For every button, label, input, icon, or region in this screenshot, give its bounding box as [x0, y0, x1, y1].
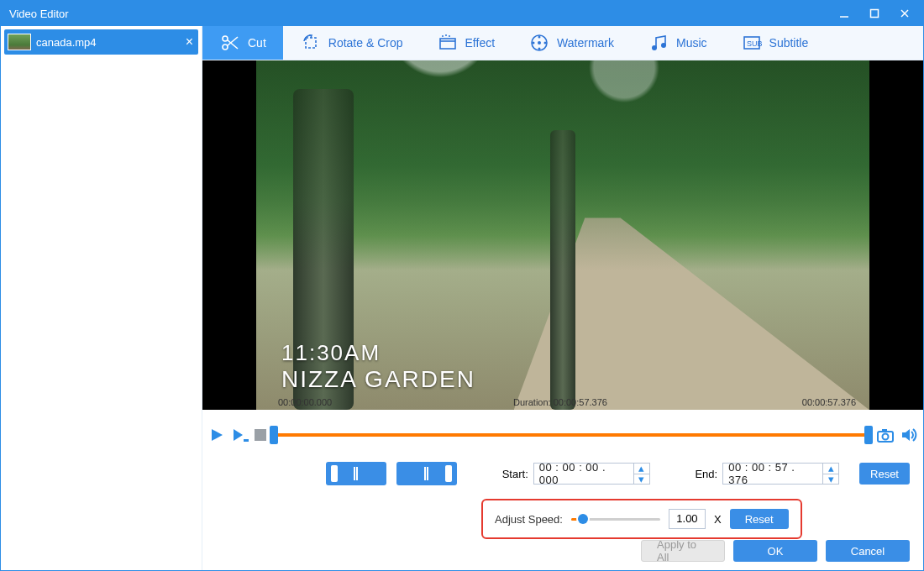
reset-cut-button[interactable]: Reset	[859, 463, 910, 485]
scissors-icon	[219, 32, 241, 54]
tab-effect-label: Effect	[465, 36, 496, 50]
stop-button[interactable]	[255, 429, 266, 441]
timeline-handle-end[interactable]	[864, 426, 873, 444]
reset-speed-button[interactable]: Reset	[730, 509, 789, 529]
maximize-button[interactable]	[859, 1, 890, 26]
svg-point-16	[538, 36, 541, 39]
svg-point-15	[538, 41, 541, 45]
music-icon	[648, 32, 669, 54]
controls-panel: Start: 00 : 00 : 00 . 000 ▴ ▾ End:	[202, 448, 923, 570]
timeline-handle-start[interactable]	[270, 426, 278, 444]
svg-point-20	[652, 45, 657, 50]
file-tab-close[interactable]: ×	[186, 35, 193, 49]
tab-cut-label: Cut	[248, 36, 266, 50]
window-buttons	[829, 1, 920, 26]
cancel-button[interactable]: Cancel	[826, 540, 910, 562]
main: Cut Rotate & Crop Effect	[202, 26, 923, 570]
tab-rotate-crop[interactable]: Rotate & Crop	[283, 26, 420, 60]
subtitle-icon: SUB	[741, 32, 763, 54]
play-segment-icon	[231, 427, 249, 443]
video-overlay-text: 11:30AM NIZZA GARDEN	[281, 340, 475, 393]
speed-label: Adjust Speed:	[495, 513, 563, 526]
ok-button[interactable]: OK	[733, 540, 817, 562]
effect-icon	[437, 32, 459, 54]
camera-icon	[876, 427, 895, 443]
svg-point-13	[449, 35, 450, 37]
file-name: canada.mp4	[36, 36, 181, 49]
timeline-track	[271, 433, 871, 437]
play-icon	[208, 427, 225, 443]
tab-music[interactable]: Music	[631, 26, 724, 60]
end-time-input[interactable]: 00 : 00 : 57 . 376 ▴ ▾	[722, 463, 839, 485]
timeline-slider[interactable]	[271, 426, 871, 444]
svg-point-19	[544, 42, 547, 45]
footer-buttons: Apply to All OK Cancel	[641, 540, 910, 562]
svg-text:SUB: SUB	[747, 39, 762, 48]
tab-watermark-label: Watermark	[557, 36, 614, 50]
svg-rect-9	[440, 39, 455, 49]
transport-start-time: 00:00:00.000	[278, 397, 332, 407]
close-window-button[interactable]	[890, 1, 920, 26]
apply-all-button[interactable]: Apply to All	[641, 540, 725, 562]
svg-rect-29	[882, 429, 887, 432]
file-tab[interactable]: canada.mp4 ×	[4, 29, 198, 55]
svg-point-12	[445, 34, 447, 36]
file-thumbnail	[8, 34, 31, 50]
end-time-value: 00 : 00 : 57 . 376	[723, 461, 822, 486]
tab-music-label: Music	[676, 36, 707, 50]
svg-rect-8	[306, 38, 316, 48]
set-end-button[interactable]	[396, 462, 457, 485]
minimize-icon	[838, 8, 850, 19]
play-segment-button[interactable]	[231, 426, 249, 444]
maximize-icon	[869, 8, 880, 19]
svg-point-11	[442, 35, 444, 37]
set-start-button[interactable]	[326, 462, 386, 485]
window-title: Video Editor	[9, 8, 829, 20]
rotate-icon	[300, 32, 322, 54]
preview-container: 11:30AM NIZZA GARDEN	[202, 60, 923, 410]
sidebar: canada.mp4 ×	[1, 26, 202, 570]
start-time-value: 00 : 00 : 00 . 000	[534, 461, 633, 486]
speed-slider[interactable]	[571, 512, 660, 526]
transport-duration: Duration: 00:00:57.376	[513, 397, 607, 407]
svg-marker-24	[212, 429, 223, 441]
end-label: End:	[695, 468, 717, 480]
tab-effect[interactable]: Effect	[420, 26, 512, 60]
video-preview[interactable]: 11:30AM NIZZA GARDEN	[256, 60, 869, 410]
svg-point-28	[883, 434, 889, 440]
start-time-input[interactable]: 00 : 00 : 00 . 000 ▴ ▾	[533, 463, 650, 485]
watermark-icon	[528, 32, 550, 54]
transport-end-time: 00:00:57.376	[802, 397, 856, 407]
overlay-place: NIZZA GARDEN	[281, 366, 475, 393]
tab-subtitle-label: Subtitle	[769, 36, 809, 50]
tab-watermark[interactable]: Watermark	[512, 26, 631, 60]
tab-cut[interactable]: Cut	[202, 26, 283, 60]
app-window: Video Editor canada.mp4 ×	[0, 0, 924, 571]
start-spin-down[interactable]: ▾	[634, 474, 649, 485]
overlay-time: 11:30AM	[281, 340, 475, 366]
start-time-group: Start: 00 : 00 : 00 . 000 ▴ ▾	[502, 463, 650, 485]
toolbar: Cut Rotate & Crop Effect	[202, 26, 923, 60]
start-time-spinner: ▴ ▾	[633, 464, 649, 485]
end-time-group: End: 00 : 00 : 57 . 376 ▴ ▾	[695, 463, 839, 485]
svg-rect-26	[244, 439, 249, 442]
svg-rect-1	[871, 10, 879, 18]
end-time-spinner: ▴ ▾	[822, 464, 838, 485]
start-spin-up[interactable]: ▴	[634, 464, 649, 474]
svg-marker-25	[234, 429, 243, 441]
adjust-speed-group: Adjust Speed: 1.00 X Reset	[481, 499, 802, 539]
snapshot-button[interactable]	[876, 426, 895, 444]
body: canada.mp4 × Cut Rotate & Crop	[1, 26, 923, 570]
play-button[interactable]	[207, 426, 226, 444]
minimize-button[interactable]	[829, 1, 859, 26]
volume-button[interactable]	[900, 426, 918, 444]
end-spin-down[interactable]: ▾	[823, 474, 838, 485]
svg-marker-30	[902, 429, 910, 441]
svg-point-17	[538, 48, 541, 50]
tab-rotate-label: Rotate & Crop	[328, 36, 403, 50]
speed-value-input[interactable]: 1.00	[669, 509, 706, 529]
end-spin-up[interactable]: ▴	[823, 464, 838, 474]
tab-subtitle[interactable]: SUB Subtitle	[724, 26, 826, 60]
transport-area: 00:00:00.000 Duration: 00:00:57.376 00:0…	[202, 410, 923, 448]
speed-slider-knob[interactable]	[578, 514, 588, 524]
